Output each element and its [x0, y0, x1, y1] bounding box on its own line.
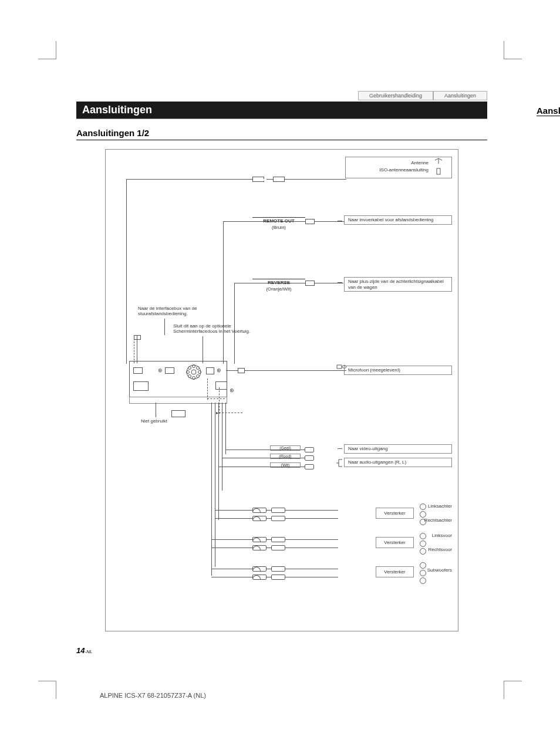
- reverse-wire: [234, 283, 343, 283]
- remote-out-wire-v: [223, 221, 224, 364]
- trunk-1: [211, 403, 212, 576]
- trunk-4: [222, 403, 222, 491]
- video-out-box: Naar video-uitgang: [344, 444, 452, 454]
- svg-point-11: [197, 375, 200, 378]
- reverse-desc-box: Naar plus-zijde van de achterlichtsignaa…: [344, 277, 452, 292]
- steering-note-1: Naar de interfacebox van de stuurafstand…: [138, 306, 208, 316]
- svg-point-9: [197, 367, 200, 370]
- crop-mark: [38, 681, 56, 699]
- remote-out-label: REMOTE OUT: [252, 217, 305, 224]
- inline-connector: [273, 177, 285, 182]
- remote-out-desc-box: Naar invoerkabel voor afstandsbediening: [344, 215, 452, 225]
- tab-connections: Aansluitingen: [433, 91, 487, 100]
- av-white: (Wit): [270, 462, 301, 468]
- header-tabs: Gebruikershandleiding Aansluitingen: [76, 91, 487, 100]
- aux-block: [171, 410, 185, 417]
- reverse-plug: [305, 281, 315, 286]
- trunk-2: [215, 403, 215, 567]
- leader2: [203, 336, 203, 363]
- remote-out-desc: Naar invoerkabel voor afstandsbediening: [348, 217, 433, 222]
- antenna-wire: [126, 179, 346, 180]
- head-unit: ⊛ ⊛ ⊛: [129, 361, 227, 397]
- steering-v: [137, 335, 137, 363]
- audio-out-label: Naar audio-uitgangen (R, L): [348, 459, 406, 465]
- svg-point-10: [188, 375, 191, 378]
- reverse-color: (Oranje/Wit): [252, 286, 305, 292]
- antenna-wire-v: [126, 179, 127, 364]
- rear-right: Rechtsachter: [424, 518, 452, 523]
- speaker-icon: [420, 511, 426, 518]
- leader1: [164, 319, 165, 335]
- trunk-5: [225, 403, 226, 454]
- svg-point-3: [191, 370, 196, 374]
- page-title: Aansluitingen: [76, 102, 487, 119]
- subwoofers: Subwoofers: [427, 567, 452, 573]
- footer-doc-id: ALPINE ICS-X7 68-21057Z37-A (NL): [100, 692, 206, 699]
- video-out-label: Naar video-uitgang: [348, 446, 388, 451]
- trunk-3: [218, 403, 219, 520]
- bracket-icon: [336, 458, 343, 468]
- remote-out-wire: [223, 221, 344, 222]
- audio-out-box: Naar audio-uitgangen (R, L): [344, 458, 452, 467]
- page-subtitle: Aansluitingen 1/2: [76, 119, 487, 140]
- dash-down: [219, 387, 220, 414]
- manual-page: Gebruikershandleiding Aansluitingen Aans…: [76, 91, 487, 631]
- speaker-icon: [420, 504, 426, 510]
- remote-out-plug: [305, 219, 315, 224]
- front-right: Rechtsvoor: [429, 547, 452, 552]
- reverse-label: REVERSE: [252, 279, 305, 285]
- amp-front: Versterker: [376, 537, 414, 548]
- reverse-desc: Naar plus-zijde van de achterlichtsignaa…: [348, 279, 444, 290]
- fan-icon: [185, 364, 202, 380]
- svg-point-2: [187, 365, 201, 379]
- wiring-diagram: Antenne ISO-antenneaansluiting REMOTE OU…: [105, 149, 458, 631]
- steering-note-2: Sluit dit aan op de optionele Scherminte…: [173, 323, 261, 334]
- amp-sub: Versterker: [376, 566, 414, 577]
- svg-point-8: [188, 367, 191, 370]
- crop-mark: [504, 41, 522, 59]
- crop-mark: [504, 681, 522, 699]
- antenna-box: [345, 157, 452, 178]
- remote-out-color: (Bruin): [252, 225, 305, 230]
- unit-bottom: [129, 397, 227, 404]
- rear-left: Linksachter: [428, 504, 452, 509]
- av-red: (Rood): [270, 454, 301, 459]
- next-page-title-cut: Aanslu: [537, 106, 560, 116]
- microphone-label: Microfoon (meegeleverd): [348, 367, 400, 373]
- microphone-box: Microfoon (meegeleverd): [344, 366, 452, 375]
- page-number: 14-NL: [76, 646, 92, 655]
- crop-mark: [38, 41, 56, 59]
- inline-connector: [252, 177, 264, 182]
- steering-dash: [134, 339, 135, 363]
- amp-rear: Versterker: [376, 508, 414, 519]
- av-yellow: (Geel): [270, 445, 301, 451]
- not-used-label: Niet gebruikt: [141, 418, 167, 424]
- not-used-line: [156, 403, 156, 417]
- tab-guide: Gebruikershandleiding: [358, 91, 433, 100]
- rca-plug: [271, 508, 285, 513]
- front-left: Linksvoor: [432, 533, 452, 538]
